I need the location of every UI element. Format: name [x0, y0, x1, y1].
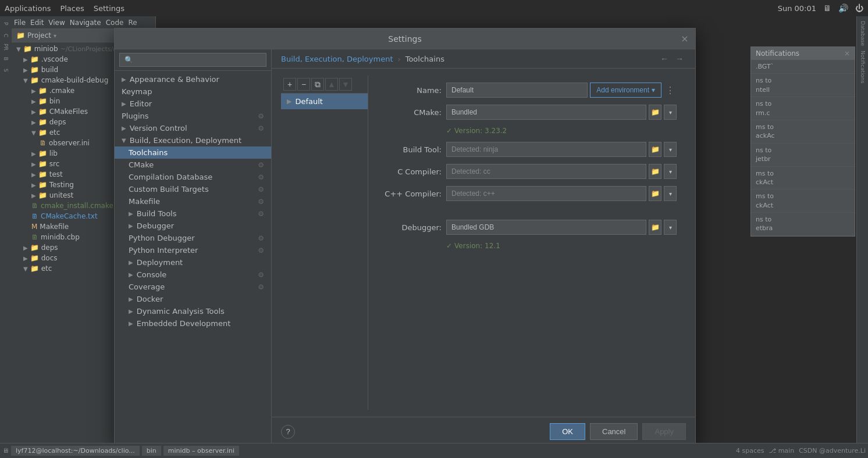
taskbar-bin-label[interactable]: bin — [142, 446, 161, 456]
debugger-folder-button[interactable]: 📁 — [649, 220, 661, 235]
move-up-toolchain-button[interactable]: ▲ — [325, 78, 338, 91]
taskbar-apps[interactable]: Applications — [5, 4, 51, 13]
taskbar-settings[interactable]: Settings — [94, 4, 124, 13]
settings-search-container — [115, 49, 271, 71]
form-row-cmake: CMake: 📁 ▾ — [378, 105, 677, 120]
settings-icon11: ⚙ — [258, 283, 264, 291]
name-label: Name: — [378, 86, 442, 95]
cmake-version: ✓ Version: 3.23.2 — [378, 127, 677, 135]
volume-icon[interactable]: 🔊 — [838, 3, 848, 13]
c-compiler-input[interactable] — [446, 164, 646, 179]
move-down-toolchain-button[interactable]: ▼ — [339, 78, 352, 91]
cpp-compiler-folder-button[interactable]: 📁 — [649, 186, 661, 201]
help-button[interactable]: ? — [281, 425, 295, 439]
nav-forward-button[interactable]: → — [673, 54, 686, 63]
taskbar-minidb-label[interactable]: minidb – observer.ini — [163, 446, 239, 456]
nav-build-tools[interactable]: ▶ Build Tools ⚙ — [115, 207, 271, 220]
ok-button[interactable]: OK — [550, 423, 585, 440]
notifications-panel: Notifications × .BGT` ns tontell ns torm… — [750, 46, 855, 237]
nav-toolchains[interactable]: Toolchains — [115, 146, 271, 159]
settings-icon10: ⚙ — [258, 271, 264, 279]
taskbar-places[interactable]: Places — [60, 4, 84, 13]
add-toolchain-button[interactable]: + — [283, 78, 296, 91]
notif-item: ns toetbra — [751, 213, 855, 236]
nav-custom-build[interactable]: Custom Build Targets ⚙ — [115, 183, 271, 195]
dialog-titlebar: Settings × — [115, 28, 695, 49]
settings-icon8: ⚙ — [258, 234, 264, 242]
copy-toolchain-button[interactable]: ⧉ — [311, 78, 324, 91]
cpp-compiler-input[interactable] — [446, 186, 646, 201]
debugger-check-icon: ✓ — [446, 242, 452, 250]
notif-item: ns torm.c — [751, 97, 855, 120]
cmake-input[interactable] — [446, 105, 646, 120]
cmake-folder-button[interactable]: 📁 — [649, 105, 661, 120]
more-options-button[interactable]: ⋮ — [664, 84, 677, 96]
nav-keymap[interactable]: Keymap — [115, 85, 271, 98]
nav-debugger[interactable]: ▶ Debugger — [115, 220, 271, 232]
nav-cmake[interactable]: CMake ⚙ — [115, 159, 271, 171]
remove-toolchain-button[interactable]: − — [297, 78, 310, 91]
cancel-button[interactable]: Cancel — [590, 423, 638, 440]
nav-console[interactable]: ▶ Console ⚙ — [115, 269, 271, 281]
settings-content: Build, Execution, Deployment › Toolchain… — [272, 49, 695, 446]
build-tool-dropdown-button[interactable]: ▾ — [664, 142, 677, 157]
nav-embedded[interactable]: ▶ Embedded Development — [115, 317, 271, 330]
nav-python-interpreter[interactable]: Python Interpreter ⚙ — [115, 244, 271, 256]
chevron-right-icon5: ▶ — [129, 223, 133, 229]
nav-editor[interactable]: ▶ Editor — [115, 98, 271, 110]
c-compiler-input-group: 📁 ▾ — [446, 164, 677, 179]
nav-dynamic-analysis[interactable]: ▶ Dynamic Analysis Tools — [115, 305, 271, 317]
cmake-input-group: 📁 ▾ — [446, 105, 677, 120]
breadcrumb-parent[interactable]: Build, Execution, Deployment — [281, 55, 393, 63]
nav-compilation-db[interactable]: Compilation Database ⚙ — [115, 171, 271, 183]
nav-docker[interactable]: ▶ Docker — [115, 293, 271, 305]
cpp-compiler-dropdown-button[interactable]: ▾ — [664, 186, 677, 201]
nav-build-execution[interactable]: ▼ Build, Execution, Deployment — [115, 134, 271, 146]
breadcrumb-separator: › — [397, 55, 400, 63]
toolchain-item-default[interactable]: ▶ Default — [281, 94, 368, 109]
settings-icon: ⚙ — [258, 112, 264, 120]
cmake-dropdown-button[interactable]: ▾ — [664, 105, 677, 120]
chevron-right-icon4: ▶ — [129, 210, 133, 217]
build-tool-input[interactable] — [446, 142, 646, 157]
nav-python-debugger[interactable]: Python Debugger ⚙ — [115, 232, 271, 244]
nav-back-button[interactable]: ← — [658, 54, 671, 63]
nav-deployment[interactable]: ▶ Deployment — [115, 256, 271, 269]
power-icon[interactable]: ⏻ — [855, 3, 863, 13]
settings-icon7: ⚙ — [258, 210, 264, 218]
chevron-right-icon7: ▶ — [129, 271, 133, 278]
taskbar-path-label[interactable]: lyf712@localhost:~/Downloads/clio... — [11, 446, 140, 456]
nav-version-control[interactable]: ▶ Version Control ⚙ — [115, 122, 271, 134]
debugger-version: ✓ Version: 12.1 — [378, 242, 677, 250]
chevron-right-icon6: ▶ — [129, 259, 133, 266]
apply-button[interactable]: Apply — [642, 423, 686, 440]
debugger-label: Debugger: — [378, 223, 442, 232]
debugger-input[interactable] — [446, 220, 646, 235]
add-environment-button[interactable]: Add environment ▾ — [590, 83, 661, 98]
breadcrumb-nav: ← → — [658, 54, 686, 63]
chevron-down-icon2: ▼ — [122, 137, 126, 144]
settings-icon4: ⚙ — [258, 173, 264, 181]
c-compiler-dropdown-button[interactable]: ▾ — [664, 164, 677, 179]
form-row-build-tool: Build Tool: 📁 ▾ — [378, 142, 677, 157]
nav-appearance[interactable]: ▶ Appearance & Behavior — [115, 73, 271, 85]
c-compiler-folder-button[interactable]: 📁 — [649, 164, 661, 179]
toolchain-item-icon: ▶ — [287, 98, 291, 105]
settings-search-input[interactable] — [119, 53, 266, 67]
taskbar-csdn-label: CSDN @adventure.Li — [799, 447, 866, 455]
taskbar-terminal-icon[interactable]: 🖥 — [2, 447, 9, 455]
monitor-icon[interactable]: 🖥 — [823, 3, 831, 13]
name-input[interactable] — [446, 83, 588, 98]
nav-coverage[interactable]: Coverage ⚙ — [115, 281, 271, 293]
form-row-cpp-compiler: C++ Compiler: 📁 ▾ — [378, 186, 677, 201]
settings-icon5: ⚙ — [258, 185, 264, 194]
taskbar-spaces-label: 4 spaces — [736, 447, 764, 455]
build-tool-input-group: 📁 ▾ — [446, 142, 677, 157]
build-tool-folder-button[interactable]: 📁 — [649, 142, 661, 157]
nav-makefile[interactable]: Makefile ⚙ — [115, 195, 271, 207]
close-dialog-button[interactable]: × — [679, 33, 691, 45]
close-notifications-icon[interactable]: × — [844, 49, 850, 58]
nav-plugins[interactable]: Plugins ⚙ — [115, 110, 271, 122]
chevron-down-icon3: ▾ — [652, 86, 655, 94]
debugger-dropdown-button[interactable]: ▾ — [664, 220, 677, 235]
